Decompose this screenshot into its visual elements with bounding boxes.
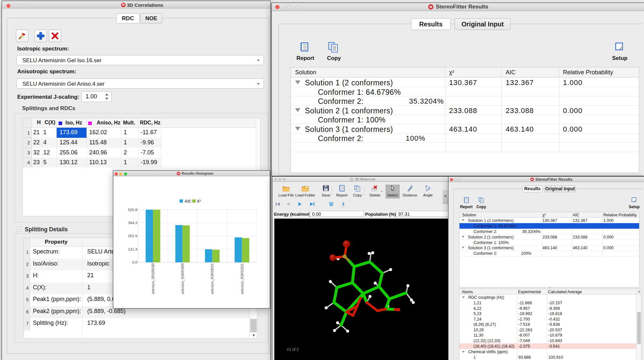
svg-text:artemisin_RSRRSRR: artemisin_RSRRSRR: [181, 263, 185, 294]
svg-text:0.0: 0.0: [132, 260, 137, 264]
svg-text:AIC: AIC: [185, 199, 191, 204]
svg-text:525.8: 525.8: [128, 208, 137, 212]
svg-text:X²: X²: [197, 199, 201, 204]
svg-text:#1 of 2: #1 of 2: [287, 347, 299, 352]
svg-text:artemisin_RSRSSSS: artemisin_RSRSSSS: [240, 264, 244, 294]
svg-text:artemisin_RRSRRSR: artemisin_RRSRRSR: [151, 263, 155, 294]
svg-text:262.9: 262.9: [128, 234, 137, 238]
svg-text:artemisin_RSRSRSS: artemisin_RSRSRSS: [211, 263, 214, 294]
svg-text:394.3: 394.3: [128, 221, 137, 225]
svg-text:131.4: 131.4: [128, 247, 137, 251]
